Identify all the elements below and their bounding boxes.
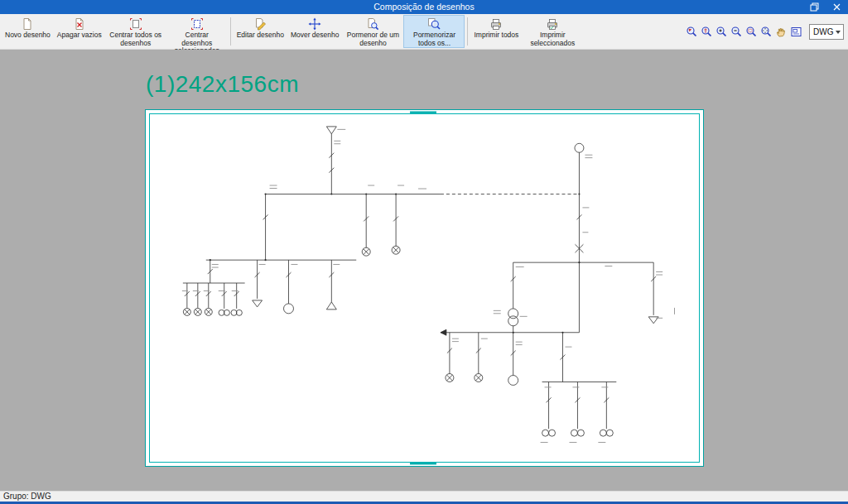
zoom-window-icon[interactable] [744,25,759,39]
zoom-previous-icon[interactable] [685,25,699,39]
statusbar: Grupo: DWG [0,491,848,502]
toolbar-separator [230,17,231,46]
close-icon [832,0,841,15]
zoom-dynamic-icon[interactable] [700,25,714,39]
sheet-size-label: (1)242x156cm [146,71,299,98]
toolbar-button-label: Pormenorizar todos os... [407,31,461,47]
view-tools: DWG [685,15,846,48]
toolbar: Novo desenho Apagar vazios Centrar todos… [0,14,848,50]
detail-one-icon [366,17,379,31]
pan-icon[interactable] [774,25,788,39]
window-controls [803,0,848,14]
detail-all-icon [427,17,441,31]
toolbar-button-label: Imprimir seleccionados [525,31,580,47]
print-selected-icon [546,17,559,31]
edit-drawing-icon [253,17,267,31]
app-window: Composição de desenhos Novo desenho [0,0,848,504]
toolbar-button-label: Mover desenho [291,31,340,40]
toolbar-button-imprimir-todos[interactable]: Imprimir todos [470,15,522,48]
format-dropdown[interactable]: DWG [809,24,844,40]
viewport-icon[interactable] [789,25,803,39]
toolbar-button-apagar-vazios[interactable]: Apagar vazios [54,15,105,48]
toolbar-button-label: Pormenor de um desenho [345,31,400,47]
toolbar-button-label: Editar desenho [237,31,284,40]
zoom-in-icon[interactable] [715,25,729,39]
toolbar-button-pormenorizar-todos[interactable]: Pormenorizar todos os... [403,15,465,48]
print-all-icon [489,17,503,31]
format-dropdown-value: DWG [813,27,833,36]
toolbar-button-editar-desenho[interactable]: Editar desenho [234,15,287,48]
restore-icon [810,0,819,15]
move-drawing-icon [308,17,321,31]
electrical-schematic [146,110,703,466]
center-all-icon [129,17,142,31]
delete-empty-icon [73,17,86,31]
toolbar-button-imprimir-seleccionados[interactable]: Imprimir seleccionados [522,15,583,48]
drawing-canvas[interactable]: (1)242x156cm [0,50,848,491]
toolbar-button-label: Novo desenho [5,31,51,40]
zoom-extents-icon[interactable] [759,25,773,39]
group-label: Grupo: DWG [3,492,51,502]
zoom-out-icon[interactable] [730,25,744,39]
restore-button[interactable] [803,0,826,14]
center-selected-icon [190,17,204,31]
toolbar-button-pormenor-um-desenho[interactable]: Pormenor de um desenho [342,15,403,48]
toolbar-button-label: Apagar vazios [57,31,102,40]
toolbar-button-label: Centrar todos os desenhos [108,31,163,47]
toolbar-button-centrar-todos[interactable]: Centrar todos os desenhos [105,15,166,48]
toolbar-button-centrar-seleccionados[interactable]: Centrar desenhos seleccionados [166,15,228,48]
toolbar-separator [467,17,468,46]
drawing-sheet[interactable] [145,109,704,467]
chevron-down-icon [836,31,841,34]
new-drawing-icon [21,17,34,31]
toolbar-button-novo-desenho[interactable]: Novo desenho [2,15,54,48]
titlebar: Composição de desenhos [0,0,848,14]
window-title: Composição de desenhos [0,0,848,14]
toolbar-button-mover-desenho[interactable]: Mover desenho [287,15,343,48]
close-button[interactable] [826,0,848,14]
toolbar-button-label: Imprimir todos [474,31,518,40]
